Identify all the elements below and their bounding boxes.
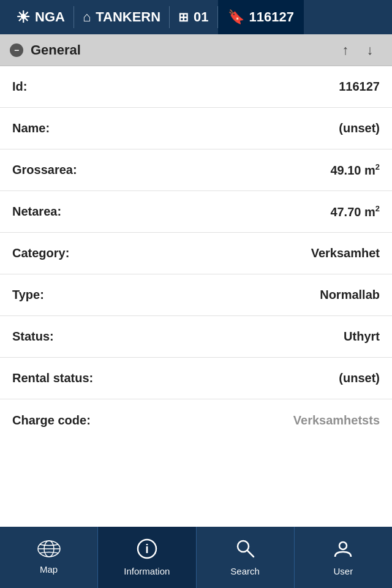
map-grid-icon: ⊞ [178, 10, 189, 24]
map-nav-icon [37, 540, 61, 560]
sun-section: ☀ NGA [7, 8, 74, 27]
label-rental-status: Rental status: [12, 371, 339, 385]
user-nav-label: User [334, 566, 353, 576]
row-charge-code: Charge code: Verksamhetsts [0, 399, 392, 441]
id-section: 🔖 116127 [218, 0, 304, 34]
label-name: Name: [12, 121, 339, 135]
label-netarea: Netarea: [12, 205, 330, 219]
nav-item-map[interactable]: Map [0, 527, 98, 588]
map-nav-label: Map [40, 564, 58, 575]
nav-up-button[interactable]: ↑ [333, 38, 358, 62]
id-value-label: 116127 [249, 9, 294, 25]
value-netarea: 47.70 m2 [330, 204, 380, 219]
section-header: − General ↑ ↓ [0, 34, 392, 66]
content-area: − General ↑ ↓ Id: 116127 Name: (unset) G… [0, 34, 392, 527]
svg-text:i: i [145, 542, 149, 556]
nav-down-button[interactable]: ↓ [358, 38, 382, 62]
value-id: 116127 [339, 80, 380, 94]
nga-label: NGA [35, 9, 65, 25]
value-charge-code: Verksamhetsts [293, 413, 380, 428]
tankern-label: TANKERN [96, 9, 160, 25]
label-charge-code: Charge code: [12, 413, 293, 428]
label-grossarea: Grossarea: [12, 163, 330, 177]
row-status: Status: Uthyrt [0, 316, 392, 358]
value-rental-status: (unset) [339, 371, 380, 385]
label-id: Id: [12, 80, 339, 94]
label-type: Type: [12, 288, 320, 302]
data-table: Id: 116127 Name: (unset) Grossarea: 49.1… [0, 66, 392, 441]
row-rental-status: Rental status: (unset) [0, 358, 392, 399]
map-section: ⊞ 01 [170, 9, 217, 25]
home-section: ⌂ TANKERN [74, 9, 169, 25]
section-title: General [31, 42, 333, 58]
row-grossarea: Grossarea: 49.10 m2 [0, 149, 392, 191]
nav-item-search[interactable]: Search [197, 527, 295, 588]
map-number-label: 01 [194, 9, 208, 25]
bookmark-icon: 🔖 [228, 9, 244, 25]
section-collapse-icon[interactable]: − [10, 43, 23, 57]
nav-item-user[interactable]: User [295, 527, 392, 588]
label-status: Status: [12, 330, 344, 344]
row-name: Name: (unset) [0, 108, 392, 149]
information-nav-label: Information [124, 566, 170, 576]
value-category: Verksamhet [311, 246, 380, 260]
value-grossarea: 49.10 m2 [330, 162, 380, 178]
label-category: Category: [12, 246, 311, 260]
information-nav-icon: i [137, 538, 157, 562]
value-type: Normallab [320, 288, 380, 302]
user-nav-icon [333, 538, 353, 562]
row-category: Category: Verksamhet [0, 233, 392, 274]
row-netarea: Netarea: 47.70 m2 [0, 191, 392, 233]
nav-item-information[interactable]: i Information [98, 527, 196, 588]
svg-line-6 [247, 551, 254, 557]
value-status: Uthyrt [344, 330, 380, 344]
row-type: Type: Normallab [0, 274, 392, 316]
row-id: Id: 116127 [0, 66, 392, 108]
home-icon: ⌂ [83, 9, 91, 25]
bottom-nav: Map i Information Search User [0, 527, 392, 588]
search-nav-label: Search [230, 566, 260, 576]
sun-icon: ☀ [16, 8, 30, 27]
value-name: (unset) [339, 121, 380, 135]
svg-point-7 [339, 542, 347, 549]
search-nav-icon [235, 538, 255, 562]
top-header: ☀ NGA ⌂ TANKERN ⊞ 01 🔖 116127 [0, 0, 392, 34]
